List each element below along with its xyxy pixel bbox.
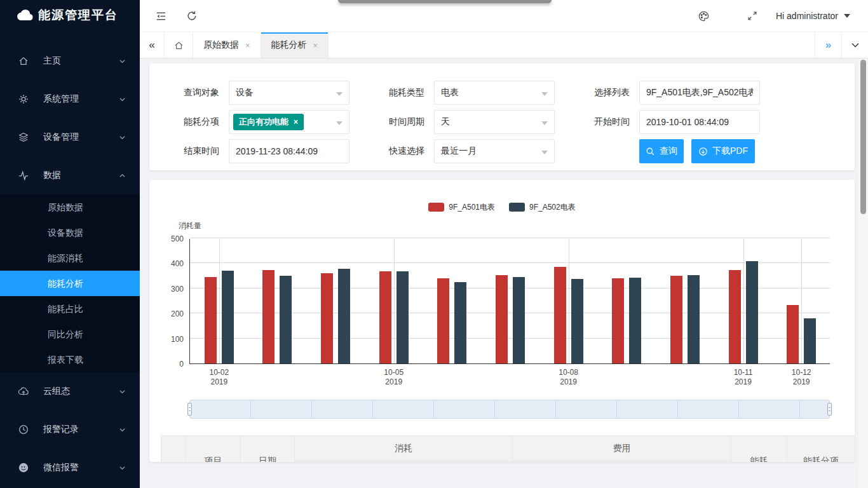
- sidebar-item-label: 系统管理: [43, 93, 119, 105]
- select-value: 设备: [236, 87, 254, 98]
- fullscreen-icon[interactable]: [747, 10, 758, 22]
- table-header-日期: 日期: [241, 436, 295, 463]
- chart-plot: 10-02201910-05201910-08201910-11201910-1…: [189, 239, 830, 364]
- query-object-select[interactable]: 设备: [229, 81, 349, 105]
- time-period-select[interactable]: 天: [434, 110, 555, 134]
- bar-9F_A501电表-10-09: [612, 278, 624, 363]
- sidebar-item-data[interactable]: 数据: [0, 156, 140, 194]
- select-list-input[interactable]: [640, 81, 759, 104]
- datazoom-right-handle[interactable]: [827, 403, 832, 416]
- tab-能耗分析[interactable]: 能耗分析×: [261, 32, 329, 58]
- select-value: 电表: [441, 87, 459, 98]
- tabbar-filler: [329, 32, 815, 58]
- y-tick-label: 500: [171, 234, 184, 243]
- legend-item[interactable]: 9F_A501电表: [428, 202, 495, 213]
- refresh-icon[interactable]: [186, 10, 198, 22]
- chart-area: 0100200300400500 10-02201910-05201910-08…: [149, 239, 855, 364]
- bar-9F_A502电表-10-02: [222, 271, 234, 363]
- select-caret-icon: [541, 121, 548, 125]
- tab-close-icon[interactable]: ×: [245, 41, 250, 50]
- x-tick-label: 10-022019: [209, 368, 229, 387]
- sidebar-subitem[interactable]: 能耗占比: [0, 296, 140, 322]
- bar-9F_A501电表-10-03: [262, 270, 275, 363]
- sidebar-subitem[interactable]: 能耗分析: [0, 271, 140, 296]
- search-icon: [646, 147, 655, 156]
- query-button[interactable]: 查询: [639, 139, 684, 163]
- field-label: 查询对象: [179, 87, 219, 98]
- table-header-能耗分项: 能耗分项: [787, 436, 855, 463]
- select-caret-icon: [336, 92, 342, 96]
- sidebar-subitem[interactable]: 设备数据: [0, 220, 140, 245]
- end-time-input[interactable]: [229, 140, 349, 163]
- sidebar-item-home[interactable]: 主页: [0, 42, 140, 80]
- y-tick-label: 100: [171, 335, 184, 344]
- tab-home[interactable]: [164, 32, 193, 58]
- bar-9F_A502电表-10-05: [397, 271, 409, 363]
- table-header-消耗: 消耗: [295, 436, 513, 461]
- table-header-费用: 费用: [513, 436, 731, 461]
- sidebar-subitem[interactable]: 报表下载: [0, 347, 140, 372]
- tab-close-icon[interactable]: ×: [313, 41, 318, 50]
- sidebar-item-device[interactable]: 设备管理: [0, 118, 140, 156]
- legend-item[interactable]: 9F_A502电表: [509, 202, 576, 213]
- datazoom-left-handle[interactable]: [187, 403, 192, 416]
- table-header-项目: 项目: [186, 436, 241, 463]
- sidebar-item-cloud[interactable]: 云组态: [0, 372, 140, 410]
- sidebar-item-wechat[interactable]: 微信报警: [0, 449, 140, 487]
- bar-9F_A502电表-10-03: [280, 276, 292, 363]
- select-caret-icon: [541, 92, 548, 96]
- datazoom-slider[interactable]: [189, 400, 830, 419]
- vertical-scrollbar-track[interactable]: [858, 58, 868, 488]
- y-tick-label: 400: [171, 259, 184, 268]
- chevron-down-icon: [119, 96, 126, 103]
- sidebar-item-system[interactable]: 系统管理: [0, 80, 140, 118]
- start-time-input[interactable]: [640, 111, 759, 133]
- energy-item-multiselect[interactable]: 正向有功电能 ×: [229, 110, 349, 134]
- field-label: 开始时间: [589, 116, 630, 128]
- select-caret-icon: [336, 121, 342, 125]
- sidebar-menu: 主页系统管理设备管理数据原始数据设备数据能源消耗能耗分析能耗占比同比分析报表下载…: [0, 42, 140, 487]
- user-menu[interactable]: Hi administrator: [776, 11, 850, 21]
- energy-type-select[interactable]: 电表: [434, 81, 555, 105]
- sidebar-subitem[interactable]: 同比分析: [0, 322, 140, 347]
- tab-label: 原始数据: [203, 39, 239, 51]
- tag-close-icon[interactable]: ×: [294, 118, 298, 126]
- download-pdf-button[interactable]: 下载PDF: [691, 139, 755, 163]
- vertical-scrollbar-thumb[interactable]: [860, 60, 866, 214]
- v-gridline: [569, 239, 569, 363]
- start-time-input-wrap: [639, 110, 760, 134]
- legend-swatch: [509, 203, 525, 212]
- result-table-wrap: 项目日期消耗费用能耗能耗分项: [161, 435, 855, 462]
- gear-icon: [18, 93, 29, 105]
- chevron-down-icon: [119, 134, 126, 141]
- chart-panel: 9F_A501电表9F_A502电表 消耗量 0100200300400500 …: [149, 180, 855, 462]
- table-subheader: [513, 461, 731, 463]
- bar-9F_A502电表-10-07: [513, 277, 525, 363]
- h-gridline: [190, 262, 830, 263]
- app-title: 能源管理平台: [38, 7, 118, 24]
- sidebar-item-alarm[interactable]: 报警记录: [0, 410, 140, 449]
- select-caret-icon: [541, 151, 548, 154]
- field-label: 结束时间: [179, 146, 219, 157]
- x-tick-label: 10-122019: [792, 368, 811, 387]
- query-button-label: 查询: [660, 146, 677, 157]
- cloud-upload-icon: [18, 386, 29, 397]
- select-value: 最近一月: [441, 146, 477, 157]
- tabs-scroll-left-icon[interactable]: «: [140, 32, 164, 58]
- sidebar-collapse-icon[interactable]: [155, 10, 167, 22]
- main-area: Hi administrator « 原始数据×能耗分析× » 查询对象 设备: [140, 0, 868, 488]
- sidebar-submenu: 原始数据设备数据能源消耗能耗分析能耗占比同比分析报表下载: [0, 194, 140, 372]
- field-label: 选择列表: [589, 87, 630, 98]
- sidebar-subitem[interactable]: 原始数据: [0, 194, 140, 220]
- bar-9F_A501电表-10-11: [729, 270, 741, 363]
- quick-select[interactable]: 最近一月: [434, 139, 555, 163]
- table-subheader: [295, 461, 513, 463]
- bar-9F_A502电表-10-06: [454, 282, 466, 363]
- tabs-scroll-right-icon[interactable]: »: [815, 32, 841, 58]
- tabs-menu-icon[interactable]: [841, 32, 868, 58]
- sidebar-subitem[interactable]: 能源消耗: [0, 245, 140, 271]
- result-table: 项目日期消耗费用能耗能耗分项: [161, 435, 855, 462]
- theme-palette-icon[interactable]: [698, 10, 710, 22]
- sidebar-item-label: 数据: [43, 170, 119, 181]
- tab-原始数据[interactable]: 原始数据×: [193, 32, 261, 58]
